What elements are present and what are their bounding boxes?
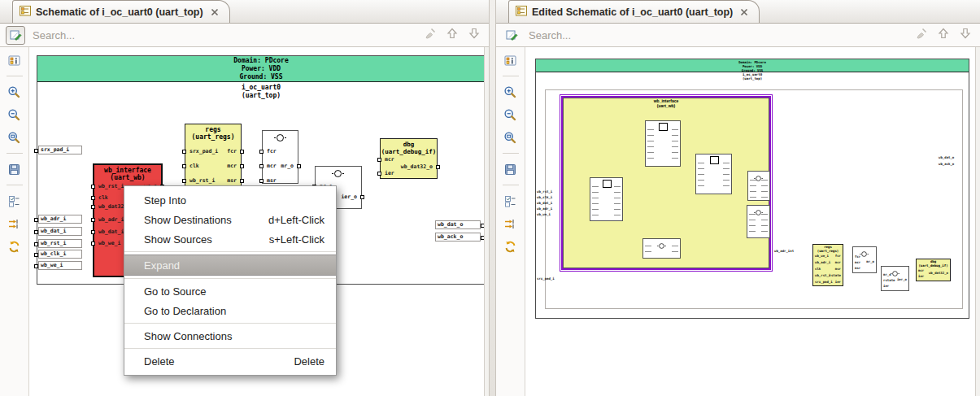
port: fcr <box>227 149 237 154</box>
toolbar-separator <box>503 76 519 76</box>
right-tabbar: Edited Schematic of i_oc_uart0 (uart_top… <box>496 0 980 24</box>
search-mode-toggle-button[interactable] <box>502 26 521 45</box>
port: fcr <box>267 149 277 154</box>
schematic-tab-icon <box>19 4 32 20</box>
zoom-fit-icon[interactable] <box>501 128 520 146</box>
follow-signal-icon[interactable] <box>501 215 520 233</box>
vertical-scrollbar[interactable] <box>484 47 489 396</box>
menu-item-delete[interactable]: DeleteDelete <box>124 351 336 371</box>
subblock-register-3[interactable] <box>590 177 623 221</box>
block-dbg[interactable]: dbg (uart_debug_if) mcr ier wb_dat32_o <box>380 138 438 179</box>
subblock-operator-3[interactable] <box>642 238 681 259</box>
subblock-register-1[interactable] <box>645 120 681 167</box>
pane-divider[interactable] <box>489 0 496 396</box>
diagram-properties-icon[interactable] <box>5 51 24 69</box>
instance-label: i_oc_uart0 (uart_top) <box>536 73 969 81</box>
toolbar-separator <box>7 153 23 154</box>
input-port-srx_pad_i: srx_pad_i <box>38 146 82 154</box>
tab-title: Schematic of i_oc_uart0 (uart_top) <box>36 7 203 18</box>
right-schematic-canvas[interactable]: Domain: PDcore Power: VDD Ground: VSS i_… <box>525 47 980 396</box>
power-domain-banner: Domain: PDcore Power: VDD Ground: VSS <box>536 59 969 72</box>
menu-item-show-sources[interactable]: Show Sourcess+Left-Click <box>124 229 336 249</box>
port: wb_adr_i <box>98 217 124 223</box>
block-operator-1[interactable]: fcr mcr msr mr_o <box>852 246 877 273</box>
port: wb_rst_i <box>98 184 124 189</box>
left-schematic-canvas[interactable]: Domain: PDcore Power: VDD Ground: VSS i_… <box>29 47 489 396</box>
input-port-wb_adr_i: wb_adr_i <box>38 215 82 224</box>
search-input[interactable] <box>527 28 909 42</box>
filter-options-icon[interactable] <box>5 192 24 210</box>
menu-item-expand[interactable]: Expand <box>124 255 336 276</box>
port: mcr <box>227 163 237 169</box>
schematic-editor-window: Schematic of i_oc_uart0 (uart_top) <box>0 0 980 396</box>
input-port: wb_adr_i <box>537 207 552 211</box>
search-input[interactable] <box>31 28 418 42</box>
zoom-in-icon[interactable] <box>5 83 24 101</box>
find-next-icon[interactable] <box>468 27 481 43</box>
menu-item-go-to-source[interactable]: Go to Source <box>124 281 336 301</box>
menu-item-step-into[interactable]: Step Into <box>124 190 336 210</box>
port: msr <box>267 178 277 184</box>
block-dbg[interactable]: dbg (uart_debug_if) mcr ier wb_dat32_o <box>916 259 951 281</box>
subblock-operator-2[interactable] <box>747 205 770 238</box>
refresh-icon[interactable] <box>501 237 520 255</box>
toolbar-separator <box>503 153 519 154</box>
input-port-wb_clk_i: wb_clk_i <box>38 250 82 259</box>
menu-item-show-destinations[interactable]: Show Destinationsd+Left-Click <box>124 210 336 229</box>
find-previous-icon[interactable] <box>446 27 459 43</box>
schematic-tab-icon <box>515 4 528 20</box>
close-icon[interactable] <box>210 7 220 17</box>
clear-search-icon[interactable] <box>424 27 437 43</box>
clear-search-icon[interactable] <box>915 27 928 43</box>
close-icon[interactable] <box>739 7 749 17</box>
banner-domain: Domain: PDcore <box>37 57 485 65</box>
follow-signal-icon[interactable] <box>5 215 24 233</box>
save-icon[interactable] <box>501 160 520 178</box>
tab-edited-schematic[interactable]: Edited Schematic of i_oc_uart0 (uart_top… <box>508 0 760 23</box>
left-search-bar <box>0 24 489 47</box>
register-icon <box>603 180 612 188</box>
block-regs[interactable]: regs (uart_regs) wb_we_i wb_adr_i clk wb… <box>812 244 843 286</box>
input-port-wb_we_i: wb_we_i <box>38 261 82 270</box>
toolbar-separator <box>7 185 23 185</box>
port: wb_dat32_o <box>401 164 433 170</box>
register-icon <box>710 156 719 164</box>
power-domain-banner: Domain: PDcore Power: VDD Ground: VSS <box>37 56 485 82</box>
zoom-out-icon[interactable] <box>5 106 24 124</box>
right-view-toolbar <box>496 47 525 396</box>
diagram-properties-icon[interactable] <box>501 51 520 69</box>
left-view-toolbar <box>0 47 29 396</box>
tab-schematic[interactable]: Schematic of i_oc_uart0 (uart_top) <box>12 0 230 23</box>
search-actions <box>915 27 972 43</box>
menu-separator <box>124 251 336 252</box>
menu-item-show-connections[interactable]: Show Connections <box>124 326 336 346</box>
menu-separator <box>124 348 336 349</box>
input-port: wb_clk_i <box>537 196 552 200</box>
output-port: wb_dat_o <box>939 156 954 160</box>
zoom-fit-icon[interactable] <box>5 128 24 146</box>
output-port: wb_ack_o <box>939 163 954 167</box>
left-tabbar: Schematic of i_oc_uart0 (uart_top) <box>0 0 489 24</box>
subblock-operator-1[interactable] <box>747 171 770 201</box>
right-editor-pane: Edited Schematic of i_oc_uart0 (uart_top… <box>496 0 980 396</box>
save-icon[interactable] <box>5 160 24 178</box>
search-mode-toggle-button[interactable] <box>6 26 25 45</box>
banner-power: Power: VDD <box>37 65 485 73</box>
find-previous-icon[interactable] <box>937 27 950 43</box>
register-icon <box>659 123 668 131</box>
operator-icon <box>891 271 898 277</box>
find-next-icon[interactable] <box>959 27 972 43</box>
block-operator-1[interactable]: fcr mcr msr mr_o <box>262 130 298 184</box>
vertical-scrollbar[interactable] <box>975 47 980 396</box>
subblock-register-2[interactable] <box>695 154 732 194</box>
menu-item-go-to-declaration[interactable]: Go to Declaration <box>124 301 336 320</box>
zoom-in-icon[interactable] <box>501 83 520 101</box>
port: ier_o <box>341 194 357 200</box>
filter-options-icon[interactable] <box>501 192 520 210</box>
output-port-wb_ack_o: wb_ack_o <box>435 233 481 242</box>
right-search-bar <box>496 24 980 47</box>
input-port: wb_we_i <box>537 213 551 217</box>
block-operator-2[interactable]: mr_o rstate ier ier_o <box>881 266 909 291</box>
zoom-out-icon[interactable] <box>501 106 520 124</box>
refresh-icon[interactable] <box>5 237 24 255</box>
